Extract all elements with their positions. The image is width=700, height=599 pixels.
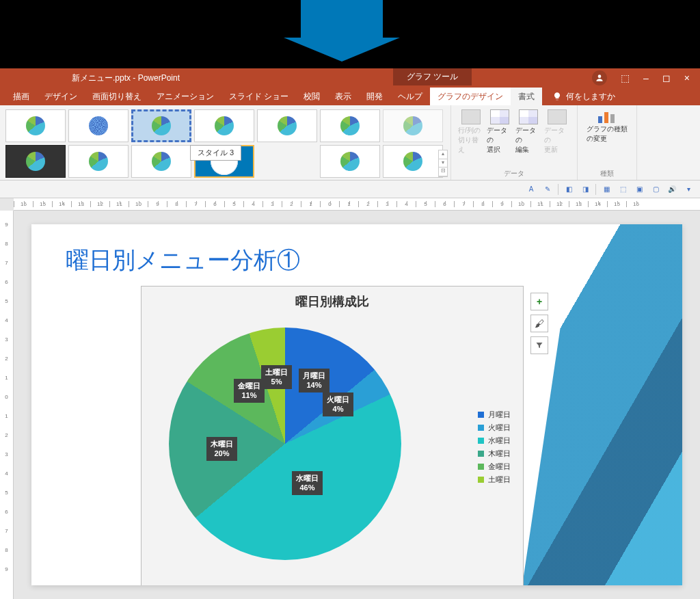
slide-canvas-area[interactable]: 曜日別メニュー分析① 曜日別構成比 月曜日14% 火曜日4% 水曜日46% 木曜…	[14, 211, 700, 599]
minimize-button[interactable]: –	[643, 72, 649, 83]
tab-animations[interactable]: アニメーション	[149, 88, 221, 106]
chart-style-11[interactable]	[320, 145, 380, 178]
title-bar: 新メニュー.pptx - PowerPoint グラフ ツール ⬚ – ◻ ×	[0, 68, 700, 88]
pie-slices	[169, 328, 401, 560]
tab-developer[interactable]: 開発	[359, 88, 390, 106]
group-label-type: 種類	[600, 169, 614, 178]
chart-filters-button[interactable]	[530, 336, 548, 354]
instruction-arrow	[301, 0, 383, 38]
close-button[interactable]: ×	[684, 72, 690, 83]
bar-chart-icon	[597, 109, 617, 124]
contextual-tab-label: グラフ ツール	[393, 68, 472, 85]
chart-object[interactable]: 曜日別構成比 月曜日14% 火曜日4% 水曜日46% 木曜日20% 金曜日11%…	[141, 286, 524, 585]
quick-access-toolbar: A ✎ ◧ ◨ ▦ ⬚ ▣ ▢ 🔊 ▾	[0, 181, 700, 198]
group-label-data: データ	[504, 169, 524, 178]
chart-elements-button[interactable]: +	[530, 293, 548, 310]
tab-chart-design[interactable]: グラフのデザイン	[430, 88, 511, 106]
qat-font-color-icon[interactable]: A	[525, 183, 537, 196]
chart-style-8[interactable]	[5, 145, 66, 178]
tab-help[interactable]: ヘルプ	[390, 88, 430, 106]
legend-item: 月曜日	[478, 410, 511, 420]
legend-item: 金曜日	[478, 462, 511, 472]
tab-transitions[interactable]: 画面切り替え	[85, 88, 149, 106]
svg-rect-2	[604, 112, 608, 123]
gallery-more-dropdown[interactable]: ▴▾⊟	[438, 150, 448, 177]
refresh-data-button: データの 更新	[543, 108, 571, 156]
lightbulb-icon	[552, 92, 562, 101]
qat-send-back-icon[interactable]: ▢	[649, 183, 662, 196]
ribbon-body: スタイル 3 ▴▾⊟ 行/列の 切り替え データの 選択 データの 編集 データ…	[0, 105, 700, 181]
svg-point-0	[598, 75, 602, 78]
ribbon-tabs: 描画 デザイン 画面切り替え アニメーション スライド ショー 校閲 表示 開発…	[0, 88, 700, 105]
svg-rect-3	[610, 114, 615, 123]
maximize-button[interactable]: ◻	[662, 72, 671, 83]
chart-style-6[interactable]	[320, 109, 380, 142]
select-data-button[interactable]: データの 選択	[485, 108, 514, 156]
slide-title[interactable]: 曜日別メニュー分析①	[66, 245, 300, 276]
legend-item: 水曜日	[478, 436, 511, 446]
chart-style-2[interactable]	[68, 109, 129, 142]
legend-item: 木曜日	[478, 449, 511, 459]
pie-label-sat: 土曜日5%	[261, 365, 292, 389]
svg-rect-1	[598, 116, 602, 123]
document-title: 新メニュー.pptx - PowerPoint	[72, 72, 180, 84]
chart-side-buttons: + 🖌	[530, 293, 682, 354]
chart-style-10[interactable]	[131, 145, 191, 178]
chart-title[interactable]: 曜日別構成比	[142, 287, 523, 317]
chart-style-12[interactable]	[383, 145, 443, 178]
slide: 曜日別メニュー分析① 曜日別構成比 月曜日14% 火曜日4% 水曜日46% 木曜…	[31, 224, 682, 585]
ribbon-display-options-icon[interactable]: ⬚	[621, 72, 630, 83]
chart-style-3-selected[interactable]	[131, 109, 191, 142]
style-tooltip: スタイル 3	[190, 145, 241, 161]
chart-styles-button[interactable]: 🖌	[530, 315, 548, 332]
qat-bring-front-icon[interactable]: ▣	[633, 183, 645, 196]
chart-legend: 月曜日火曜日水曜日木曜日金曜日土曜日	[478, 410, 511, 488]
qat-shape-outline-icon[interactable]: ◨	[579, 183, 591, 196]
chart-style-7[interactable]	[383, 109, 443, 142]
horizontal-ruler: 1615141312111098765432101234567891011121…	[14, 198, 700, 211]
tab-view[interactable]: 表示	[327, 88, 359, 106]
pie-label-thu: 木曜日20%	[206, 437, 237, 461]
edit-data-button[interactable]: データの 編集	[514, 108, 543, 156]
qat-more-icon[interactable]: ▾	[682, 183, 695, 196]
pie-label-wed: 水曜日46%	[292, 471, 323, 495]
chart-style-9[interactable]	[68, 145, 129, 178]
chart-styles-gallery: スタイル 3 ▴▾⊟	[0, 105, 451, 180]
chart-style-5[interactable]	[257, 109, 317, 142]
slide-background-shape	[504, 224, 682, 585]
tab-draw[interactable]: 描画	[5, 88, 37, 106]
tab-format[interactable]: 書式	[511, 88, 542, 106]
tab-review[interactable]: 校閲	[296, 88, 327, 106]
legend-item: 火曜日	[478, 423, 511, 433]
switch-row-col-button: 行/列の 切り替え	[457, 108, 485, 156]
chart-style-4[interactable]	[194, 109, 254, 142]
editor-area: 9876543210123456789 曜日別メニュー分析① 曜日別構成比 月曜…	[0, 211, 700, 599]
qat-align-icon[interactable]: ▦	[600, 183, 612, 196]
powerpoint-window: 新メニュー.pptx - PowerPoint グラフ ツール ⬚ – ◻ × …	[0, 68, 700, 599]
qat-audio-icon[interactable]: 🔊	[666, 183, 678, 196]
tab-slideshow[interactable]: スライド ショー	[221, 88, 296, 106]
tell-me-search[interactable]: 何をしますか	[552, 91, 615, 103]
pie-label-tue: 火曜日4%	[323, 392, 353, 416]
account-icon[interactable]	[592, 70, 607, 85]
ribbon-group-data: 行/列の 切り替え データの 選択 データの 編集 データの 更新 データ	[451, 105, 578, 180]
pie-label-mon: 月曜日14%	[299, 369, 329, 392]
qat-shape-fill-icon[interactable]: ◧	[563, 183, 575, 196]
chart-style-1[interactable]	[5, 109, 66, 142]
legend-item: 土曜日	[478, 475, 511, 485]
pie-chart: 月曜日14% 火曜日4% 水曜日46% 木曜日20% 金曜日11% 土曜日5%	[169, 328, 401, 560]
filter-icon	[535, 341, 543, 349]
qat-arrange-icon[interactable]: ⬚	[617, 183, 629, 196]
change-chart-type-button[interactable]: グラフの種類 の変更	[583, 108, 631, 145]
ribbon-group-type: グラフの種類 の変更 種類	[578, 105, 637, 180]
vertical-ruler: 9876543210123456789	[0, 211, 14, 599]
tab-design[interactable]: デザイン	[37, 88, 85, 106]
pie-label-fri: 金曜日11%	[234, 379, 265, 403]
qat-highlight-icon[interactable]: ✎	[541, 183, 554, 196]
